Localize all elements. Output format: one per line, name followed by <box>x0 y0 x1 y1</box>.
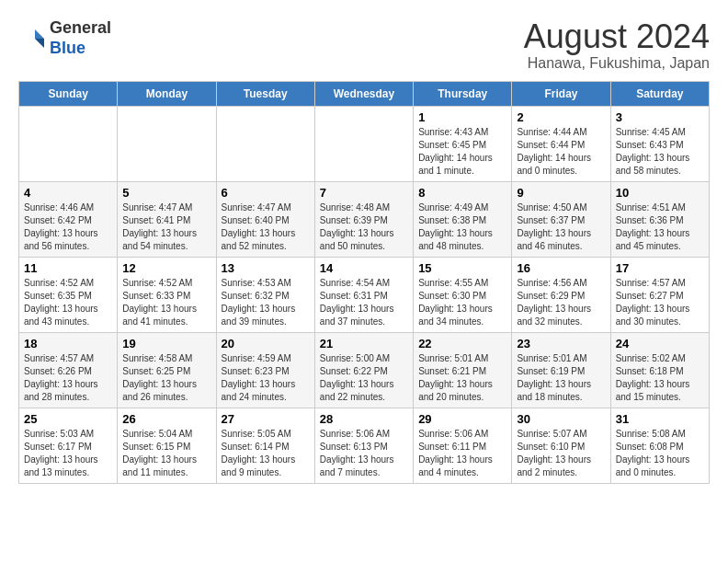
calendar-cell: 12Sunrise: 4:52 AM Sunset: 6:33 PM Dayli… <box>118 257 216 332</box>
calendar-week-row: 18Sunrise: 4:57 AM Sunset: 6:26 PM Dayli… <box>19 332 710 408</box>
day-number: 15 <box>418 261 506 275</box>
day-info: Sunrise: 4:47 AM Sunset: 6:41 PM Dayligh… <box>122 201 210 253</box>
day-info: Sunrise: 5:00 AM Sunset: 6:22 PM Dayligh… <box>320 352 408 404</box>
day-info: Sunrise: 5:04 AM Sunset: 6:15 PM Dayligh… <box>122 428 210 479</box>
day-info: Sunrise: 4:54 AM Sunset: 6:31 PM Dayligh… <box>320 277 408 328</box>
day-of-week-header: Tuesday <box>216 81 314 106</box>
calendar-cell: 11Sunrise: 4:52 AM Sunset: 6:35 PM Dayli… <box>19 257 118 332</box>
calendar-cell: 14Sunrise: 4:54 AM Sunset: 6:31 PM Dayli… <box>314 257 413 332</box>
calendar-week-row: 1Sunrise: 4:43 AM Sunset: 6:45 PM Daylig… <box>19 106 710 181</box>
day-number: 10 <box>616 186 704 200</box>
day-info: Sunrise: 5:01 AM Sunset: 6:21 PM Dayligh… <box>418 352 506 404</box>
day-number: 24 <box>616 337 704 350</box>
calendar-cell: 9Sunrise: 4:50 AM Sunset: 6:37 PM Daylig… <box>512 181 610 257</box>
day-info: Sunrise: 4:55 AM Sunset: 6:30 PM Dayligh… <box>418 277 506 328</box>
calendar-cell: 31Sunrise: 5:08 AM Sunset: 6:08 PM Dayli… <box>610 408 709 483</box>
day-info: Sunrise: 4:52 AM Sunset: 6:33 PM Dayligh… <box>122 277 210 328</box>
day-number: 1 <box>418 110 506 124</box>
page-header: General Blue August 2024 Hanawa, Fukushi… <box>18 18 710 72</box>
day-number: 6 <box>222 186 310 200</box>
calendar-cell: 27Sunrise: 5:05 AM Sunset: 6:14 PM Dayli… <box>216 408 314 483</box>
day-number: 16 <box>517 261 605 275</box>
calendar-cell <box>118 106 216 181</box>
day-info: Sunrise: 5:07 AM Sunset: 6:10 PM Dayligh… <box>517 428 605 479</box>
calendar-cell: 8Sunrise: 4:49 AM Sunset: 6:38 PM Daylig… <box>414 181 512 257</box>
day-number: 18 <box>24 337 112 350</box>
day-number: 11 <box>24 261 112 275</box>
calendar-cell: 3Sunrise: 4:45 AM Sunset: 6:43 PM Daylig… <box>610 106 709 181</box>
day-info: Sunrise: 4:45 AM Sunset: 6:43 PM Dayligh… <box>616 126 704 178</box>
day-info: Sunrise: 4:47 AM Sunset: 6:40 PM Dayligh… <box>222 201 310 253</box>
svg-marker-0 <box>35 29 44 39</box>
day-info: Sunrise: 5:02 AM Sunset: 6:18 PM Dayligh… <box>616 352 704 404</box>
day-info: Sunrise: 4:57 AM Sunset: 6:27 PM Dayligh… <box>616 277 704 328</box>
day-number: 7 <box>320 186 408 200</box>
calendar-header: SundayMondayTuesdayWednesdayThursdayFrid… <box>19 81 710 106</box>
calendar-cell: 19Sunrise: 4:58 AM Sunset: 6:25 PM Dayli… <box>118 332 216 408</box>
logo-text: General Blue <box>50 18 111 58</box>
svg-marker-1 <box>35 39 44 48</box>
day-number: 29 <box>418 412 506 426</box>
calendar-week-row: 25Sunrise: 5:03 AM Sunset: 6:17 PM Dayli… <box>19 408 710 483</box>
calendar-title: August 2024 <box>524 18 710 55</box>
day-number: 31 <box>616 412 704 426</box>
calendar-cell: 5Sunrise: 4:47 AM Sunset: 6:41 PM Daylig… <box>118 181 216 257</box>
calendar-cell: 16Sunrise: 4:56 AM Sunset: 6:29 PM Dayli… <box>512 257 610 332</box>
day-info: Sunrise: 5:08 AM Sunset: 6:08 PM Dayligh… <box>616 428 704 479</box>
day-info: Sunrise: 5:06 AM Sunset: 6:13 PM Dayligh… <box>320 428 408 479</box>
day-info: Sunrise: 4:44 AM Sunset: 6:44 PM Dayligh… <box>517 126 605 178</box>
calendar-week-row: 11Sunrise: 4:52 AM Sunset: 6:35 PM Dayli… <box>19 257 710 332</box>
day-info: Sunrise: 4:46 AM Sunset: 6:42 PM Dayligh… <box>24 201 112 253</box>
day-of-week-header: Thursday <box>414 81 512 106</box>
title-block: August 2024 Hanawa, Fukushima, Japan <box>524 18 710 72</box>
day-number: 22 <box>418 337 506 350</box>
calendar-cell: 17Sunrise: 4:57 AM Sunset: 6:27 PM Dayli… <box>610 257 709 332</box>
calendar-cell: 30Sunrise: 5:07 AM Sunset: 6:10 PM Dayli… <box>512 408 610 483</box>
day-info: Sunrise: 5:03 AM Sunset: 6:17 PM Dayligh… <box>24 428 112 479</box>
day-number: 13 <box>222 261 310 275</box>
calendar-cell: 22Sunrise: 5:01 AM Sunset: 6:21 PM Dayli… <box>414 332 512 408</box>
day-of-week-header: Saturday <box>610 81 709 106</box>
calendar-cell: 13Sunrise: 4:53 AM Sunset: 6:32 PM Dayli… <box>216 257 314 332</box>
calendar-cell: 21Sunrise: 5:00 AM Sunset: 6:22 PM Dayli… <box>314 332 413 408</box>
day-number: 27 <box>222 412 310 426</box>
calendar-cell: 23Sunrise: 5:01 AM Sunset: 6:19 PM Dayli… <box>512 332 610 408</box>
day-info: Sunrise: 4:52 AM Sunset: 6:35 PM Dayligh… <box>24 277 112 328</box>
day-number: 4 <box>24 186 112 200</box>
day-number: 25 <box>24 412 112 426</box>
calendar-cell: 7Sunrise: 4:48 AM Sunset: 6:39 PM Daylig… <box>314 181 413 257</box>
day-info: Sunrise: 5:01 AM Sunset: 6:19 PM Dayligh… <box>517 352 605 404</box>
calendar-body: 1Sunrise: 4:43 AM Sunset: 6:45 PM Daylig… <box>19 106 710 483</box>
calendar-cell: 24Sunrise: 5:02 AM Sunset: 6:18 PM Dayli… <box>610 332 709 408</box>
day-number: 14 <box>320 261 408 275</box>
day-number: 3 <box>616 110 704 124</box>
day-number: 12 <box>122 261 210 275</box>
header-row: SundayMondayTuesdayWednesdayThursdayFrid… <box>19 81 710 106</box>
calendar-table: SundayMondayTuesdayWednesdayThursdayFrid… <box>18 81 710 484</box>
calendar-cell: 20Sunrise: 4:59 AM Sunset: 6:23 PM Dayli… <box>216 332 314 408</box>
day-number: 8 <box>418 186 506 200</box>
day-info: Sunrise: 5:05 AM Sunset: 6:14 PM Dayligh… <box>222 428 310 479</box>
day-number: 5 <box>122 186 210 200</box>
calendar-cell: 18Sunrise: 4:57 AM Sunset: 6:26 PM Dayli… <box>19 332 118 408</box>
calendar-cell: 29Sunrise: 5:06 AM Sunset: 6:11 PM Dayli… <box>414 408 512 483</box>
day-info: Sunrise: 4:53 AM Sunset: 6:32 PM Dayligh… <box>222 277 310 328</box>
calendar-cell: 28Sunrise: 5:06 AM Sunset: 6:13 PM Dayli… <box>314 408 413 483</box>
day-number: 26 <box>122 412 210 426</box>
calendar-week-row: 4Sunrise: 4:46 AM Sunset: 6:42 PM Daylig… <box>19 181 710 257</box>
day-of-week-header: Monday <box>118 81 216 106</box>
day-number: 20 <box>222 337 310 350</box>
day-of-week-header: Sunday <box>19 81 118 106</box>
calendar-cell: 1Sunrise: 4:43 AM Sunset: 6:45 PM Daylig… <box>414 106 512 181</box>
day-of-week-header: Friday <box>512 81 610 106</box>
day-info: Sunrise: 4:59 AM Sunset: 6:23 PM Dayligh… <box>222 352 310 404</box>
day-info: Sunrise: 4:49 AM Sunset: 6:38 PM Dayligh… <box>418 201 506 253</box>
logo: General Blue <box>18 18 111 58</box>
calendar-cell <box>216 106 314 181</box>
calendar-cell: 10Sunrise: 4:51 AM Sunset: 6:36 PM Dayli… <box>610 181 709 257</box>
day-number: 23 <box>517 337 605 350</box>
day-info: Sunrise: 5:06 AM Sunset: 6:11 PM Dayligh… <box>418 428 506 479</box>
day-number: 17 <box>616 261 704 275</box>
day-number: 21 <box>320 337 408 350</box>
day-info: Sunrise: 4:51 AM Sunset: 6:36 PM Dayligh… <box>616 201 704 253</box>
